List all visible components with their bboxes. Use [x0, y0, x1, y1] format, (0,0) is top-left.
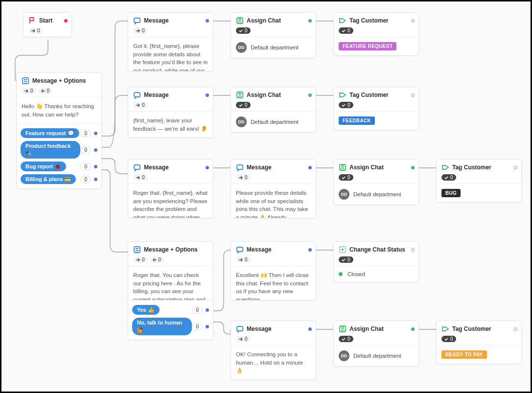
- options-list: Yes 👍 0 No, talk to human 🙋 0: [128, 300, 213, 340]
- check-icon: [444, 175, 449, 180]
- arrow-icon: [31, 28, 36, 33]
- status-dot: [64, 19, 68, 23]
- dept-row: DDDefault department: [334, 184, 418, 205]
- svg-rect-28: [237, 247, 243, 252]
- node-title: Tag Customer: [452, 164, 491, 171]
- node-body: Roger that. {first_name}, what are you e…: [128, 184, 213, 218]
- count-out: 0: [441, 174, 456, 181]
- node-change-status[interactable]: Change Chat Status 0 Closed: [333, 241, 419, 282]
- option-row-no-human[interactable]: No, talk to human 🙋 0: [128, 316, 213, 337]
- node-message-2[interactable]: Message 0 {first_name}, leave your feedb…: [128, 87, 213, 138]
- status-dot: [411, 327, 415, 331]
- check-icon: [444, 337, 449, 342]
- dept-row: DDDefault department: [231, 37, 316, 58]
- node-message-3b[interactable]: Message 0 Please provide these details w…: [231, 159, 316, 218]
- count-out: 0: [22, 88, 36, 94]
- dept-avatar: DD: [339, 350, 349, 361]
- node-message-4[interactable]: Message 0 Excellent 🙌 Then I will close …: [231, 241, 316, 301]
- status-icon: [339, 246, 347, 254]
- node-assign-2[interactable]: Assign Chat 0 DDDefault department: [231, 87, 316, 133]
- status-dot: [206, 93, 209, 97]
- status-row: Closed: [334, 266, 418, 282]
- node-message-options-1[interactable]: Message + Options 0 0 Hello 👋 Thanks for…: [16, 72, 102, 189]
- options-list: Feature request 💬 0 Product feedback ✒️ …: [17, 123, 101, 188]
- assign-icon: [339, 325, 347, 333]
- option-count: 0: [192, 306, 203, 314]
- node-message-1[interactable]: Message 0 Got it. {first_name}, please p…: [128, 12, 213, 71]
- svg-rect-16: [23, 78, 28, 84]
- option-row-yes[interactable]: Yes 👍 0: [128, 303, 213, 316]
- option-count: 0: [80, 176, 91, 183]
- status-label: Closed: [347, 271, 365, 277]
- check-icon: [341, 175, 346, 180]
- port: [206, 308, 209, 312]
- message-icon: [133, 17, 141, 24]
- message-options-icon: [22, 77, 29, 85]
- port: [94, 178, 97, 181]
- node-body: Excellent 🙌 Then I will close this chat.…: [231, 266, 316, 300]
- node-start[interactable]: Start 0: [23, 12, 72, 37]
- svg-rect-27: [134, 247, 140, 253]
- option-count: 0: [80, 130, 91, 137]
- option-count: 0: [80, 146, 91, 154]
- node-message-5[interactable]: Message 0 OK! Connecting you to a human……: [231, 321, 316, 380]
- arrow-icon: [136, 257, 140, 262]
- flag-icon: [28, 17, 36, 24]
- node-message-options-2[interactable]: Message + Options 0 0 Roger that. You ca…: [128, 241, 213, 340]
- check-icon: [341, 257, 346, 262]
- tag-badge: FEATURE REQUEST: [339, 42, 396, 50]
- svg-point-19: [239, 19, 241, 21]
- node-body: Hello 👋 Thanks for reaching out. How can…: [17, 97, 101, 123]
- arrow-icon: [136, 175, 140, 180]
- arrow-icon: [238, 257, 243, 262]
- option-row-billing-plans[interactable]: Billing & plans 💳 0: [17, 173, 101, 185]
- count-out: 0: [133, 256, 148, 263]
- canvas[interactable]: Start 0 Message + Options 0 0 Hello 👋: [0, 0, 532, 393]
- svg-rect-24: [237, 165, 243, 169]
- status-dot: [308, 166, 312, 169]
- node-assign-3[interactable]: Assign Chat 0 DDDefault department: [333, 159, 419, 205]
- node-title: Assign Chat: [349, 164, 384, 171]
- option-count: 0: [192, 323, 203, 330]
- count-out: 0: [236, 256, 251, 263]
- option-count: 0: [80, 163, 91, 170]
- svg-rect-31: [237, 326, 243, 331]
- check-icon: [341, 337, 346, 342]
- node-tag-3[interactable]: Tag Customer 0 BUG: [436, 159, 522, 203]
- count-out: 0: [236, 102, 251, 108]
- node-assign-1[interactable]: Assign Chat 0 DDDefault department: [231, 12, 316, 58]
- node-body: OK! Connecting you to a human… Hold on a…: [231, 345, 316, 379]
- node-title: Message + Options: [32, 77, 86, 84]
- message-icon: [236, 325, 244, 333]
- node-message-3[interactable]: Message 0 Roger that. {first_name}, what…: [128, 159, 213, 218]
- status-dot: [206, 166, 209, 169]
- count-out: 0: [28, 27, 43, 34]
- svg-rect-17: [134, 18, 140, 23]
- node-assign-4[interactable]: Assign Chat 0 DDDefault department: [333, 321, 419, 367]
- node-tag-2[interactable]: Tag Customer 0 FEEDBACK: [333, 87, 419, 130]
- node-tag-1[interactable]: Tag Customer 0 FEATURE REQUEST: [333, 12, 419, 56]
- tag-badge: BUG: [441, 189, 461, 197]
- node-title: Tag Customer: [349, 17, 389, 24]
- svg-point-33: [342, 327, 344, 329]
- node-body: Got it. {first_name}, please provide som…: [128, 37, 213, 71]
- assign-icon: [236, 17, 244, 24]
- arrow-icon: [24, 89, 29, 93]
- node-tag-4[interactable]: Tag Customer 0 READY TO PAY: [436, 321, 522, 364]
- node-title: Tag Customer: [452, 325, 491, 332]
- arrow-icon: [136, 103, 140, 108]
- message-icon: [133, 91, 141, 99]
- option-row-feature-request[interactable]: Feature request 💬 0: [17, 127, 101, 139]
- status-dot: [308, 93, 312, 97]
- option-row-product-feedback[interactable]: Product feedback ✒️ 0: [17, 139, 101, 160]
- node-title: Assign Chat: [247, 92, 281, 98]
- count-out: 0: [339, 256, 353, 263]
- node-title: Message: [144, 164, 169, 171]
- tag-icon: [441, 325, 449, 333]
- count-out: 0: [133, 102, 148, 108]
- tag-badge: FEEDBACK: [339, 116, 375, 125]
- option-row-bug-report[interactable]: Bug report 🐞 0: [17, 160, 101, 173]
- svg-point-26: [342, 165, 344, 167]
- start-title: Start: [39, 17, 52, 24]
- status-dot: [514, 166, 517, 169]
